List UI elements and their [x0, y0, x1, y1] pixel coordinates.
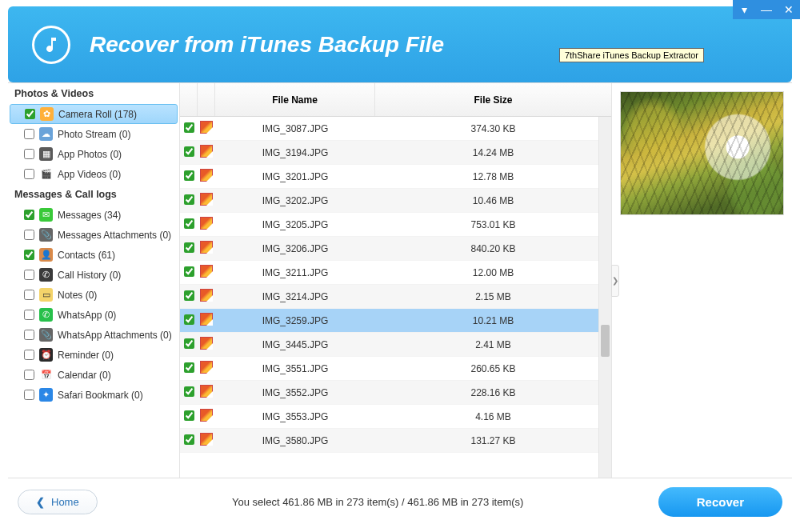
table-row[interactable]: IMG_3553.JPG4.16 MB — [180, 405, 611, 429]
sidebar-checkbox[interactable] — [24, 210, 34, 220]
file-name: IMG_3211.JPG — [215, 267, 375, 278]
table-row[interactable]: IMG_3201.JPG12.78 MB — [180, 165, 611, 189]
image-file-icon — [200, 145, 213, 158]
dropdown-button[interactable]: ▾ — [733, 0, 755, 19]
image-file-icon — [200, 289, 213, 302]
file-size: 14.24 MB — [375, 147, 611, 158]
table-row[interactable]: IMG_3551.JPG260.65 KB — [180, 357, 611, 381]
sidebar-checkbox[interactable] — [24, 230, 34, 240]
sidebar-item[interactable]: ☁Photo Stream (0) — [8, 124, 179, 144]
sidebar-item[interactable]: 📎Messages Attachments (0) — [8, 225, 179, 245]
sidebar-checkbox[interactable] — [24, 390, 34, 400]
sidebar-checkbox[interactable] — [24, 169, 34, 179]
col-filename[interactable]: File Name — [215, 83, 375, 116]
row-checkbox[interactable] — [184, 290, 194, 301]
minimize-button[interactable]: — — [755, 0, 778, 19]
image-file-icon — [200, 241, 213, 254]
row-checkbox[interactable] — [184, 386, 194, 397]
sidebar-item-label: Messages Attachments (0) — [58, 230, 171, 241]
sidebar-item[interactable]: ▭Notes (0) — [8, 285, 179, 305]
table-row[interactable]: IMG_3259.JPG10.21 MB — [180, 309, 611, 333]
sidebar-item[interactable]: ✦Safari Bookmark (0) — [8, 385, 179, 405]
chevron-left-icon: ❮ — [36, 496, 45, 508]
table-row[interactable]: IMG_3205.JPG753.01 KB — [180, 213, 611, 237]
row-checkbox[interactable] — [184, 338, 194, 349]
image-file-icon — [200, 433, 213, 446]
col-checkbox — [180, 83, 198, 116]
sidebar-item[interactable]: ✆Call History (0) — [8, 265, 179, 285]
sidebar-checkbox[interactable] — [24, 129, 34, 139]
sidebar-checkbox[interactable] — [24, 370, 34, 380]
sidebar-item[interactable]: ✿Camera Roll (178) — [10, 104, 178, 124]
category-icon: ▦ — [39, 147, 53, 161]
sidebar-group-title: Messages & Call logs — [8, 184, 179, 205]
sidebar-checkbox[interactable] — [24, 330, 34, 340]
page-title: Recover from iTunes Backup File — [90, 32, 444, 58]
row-checkbox[interactable] — [184, 362, 194, 373]
file-size: 2.41 MB — [375, 339, 611, 350]
file-size: 260.65 KB — [375, 363, 611, 374]
row-checkbox[interactable] — [184, 314, 194, 325]
sidebar-checkbox[interactable] — [24, 250, 34, 260]
file-name: IMG_3551.JPG — [215, 363, 375, 374]
image-file-icon — [200, 217, 213, 230]
file-name: IMG_3205.JPG — [215, 219, 375, 230]
row-checkbox[interactable] — [184, 194, 194, 205]
preview-image — [620, 91, 784, 215]
table-row[interactable]: IMG_3580.JPG131.27 KB — [180, 429, 611, 453]
home-label: Home — [51, 496, 79, 508]
recover-button[interactable]: Recover — [658, 487, 782, 517]
sidebar-checkbox[interactable] — [24, 149, 34, 159]
row-checkbox[interactable] — [184, 410, 194, 421]
sidebar-item[interactable]: 📎WhatsApp Attachments (0) — [8, 325, 179, 345]
file-name: IMG_3259.JPG — [215, 315, 375, 326]
table-row[interactable]: IMG_3087.JPG374.30 KB — [180, 117, 611, 141]
sidebar-item[interactable]: ▦App Photos (0) — [8, 144, 179, 164]
row-checkbox[interactable] — [184, 170, 194, 181]
home-button[interactable]: ❮ Home — [18, 490, 98, 514]
expand-handle-icon[interactable]: ❯ — [611, 265, 619, 297]
table-row[interactable]: IMG_3202.JPG10.46 MB — [180, 189, 611, 213]
row-checkbox[interactable] — [184, 242, 194, 253]
table-row[interactable]: IMG_3194.JPG14.24 MB — [180, 141, 611, 165]
sidebar-checkbox[interactable] — [25, 109, 35, 119]
category-icon: ☁ — [39, 127, 53, 141]
table-header: File Name File Size — [180, 83, 611, 117]
close-button[interactable]: ✕ — [778, 0, 800, 19]
row-checkbox[interactable] — [184, 266, 194, 277]
sidebar-item[interactable]: 📅Calendar (0) — [8, 365, 179, 385]
row-checkbox[interactable] — [184, 218, 194, 229]
row-checkbox[interactable] — [184, 434, 194, 445]
sidebar-checkbox[interactable] — [24, 290, 34, 300]
table-row[interactable]: IMG_3206.JPG840.20 KB — [180, 237, 611, 261]
row-checkbox[interactable] — [184, 146, 194, 157]
file-size: 374.30 KB — [375, 123, 611, 134]
file-table: File Name File Size IMG_3087.JPG374.30 K… — [180, 83, 612, 478]
sidebar-checkbox[interactable] — [24, 270, 34, 280]
sidebar-checkbox[interactable] — [24, 350, 34, 360]
sidebar-item-label: Safari Bookmark (0) — [58, 390, 143, 401]
table-row[interactable]: IMG_3211.JPG12.00 MB — [180, 261, 611, 285]
sidebar-item[interactable]: ⏰Reminder (0) — [8, 345, 179, 365]
sidebar-item[interactable]: 🎬App Videos (0) — [8, 164, 179, 184]
sidebar-item[interactable]: ✆WhatsApp (0) — [8, 305, 179, 325]
file-size: 2.15 MB — [375, 291, 611, 302]
image-file-icon — [200, 409, 213, 422]
sidebar-item-label: Photo Stream (0) — [58, 129, 130, 140]
table-row[interactable]: IMG_3552.JPG228.16 KB — [180, 381, 611, 405]
category-icon: ✆ — [39, 268, 53, 282]
image-file-icon — [200, 193, 213, 206]
scrollbar[interactable] — [598, 117, 611, 478]
sidebar-item[interactable]: 👤Contacts (61) — [8, 245, 179, 265]
category-icon: 📎 — [39, 328, 53, 342]
table-row[interactable]: IMG_3214.JPG2.15 MB — [180, 285, 611, 309]
scrollbar-thumb[interactable] — [601, 325, 610, 357]
row-checkbox[interactable] — [184, 122, 194, 133]
sidebar-checkbox[interactable] — [24, 310, 34, 320]
col-filesize[interactable]: File Size — [375, 83, 611, 116]
file-name: IMG_3206.JPG — [215, 243, 375, 254]
sidebar-item[interactable]: ✉Messages (34) — [8, 205, 179, 225]
app-icon — [32, 26, 70, 64]
file-name: IMG_3553.JPG — [215, 411, 375, 422]
table-row[interactable]: IMG_3445.JPG2.41 MB — [180, 333, 611, 357]
